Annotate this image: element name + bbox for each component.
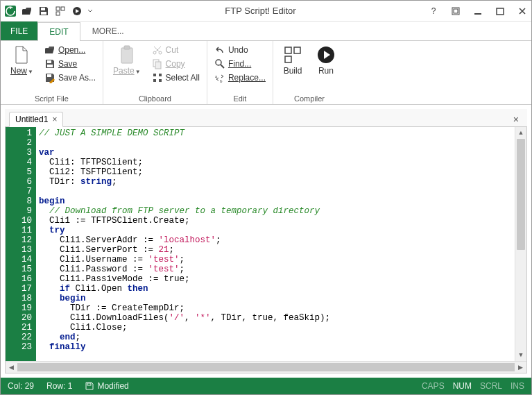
status-modified: Modified [85, 381, 128, 392]
scroll-left-icon[interactable]: ◀ [6, 364, 17, 371]
find-label: Find... [228, 59, 251, 69]
modified-icon [85, 381, 94, 391]
undo-label: Undo [228, 45, 248, 55]
status-ins: INS [510, 381, 524, 391]
build-icon[interactable] [53, 4, 67, 18]
ribbon: New▼ Open... Save Save As... Script File… [1, 41, 531, 105]
status-caps: CAPS [422, 381, 445, 391]
run-button[interactable]: Run [312, 44, 340, 77]
group-label-scriptfile: Script File [6, 93, 97, 103]
svg-rect-20 [153, 74, 156, 76]
group-label-edit: Edit [213, 93, 267, 103]
svg-rect-12 [47, 65, 53, 67]
svg-rect-15 [124, 46, 130, 49]
svg-rect-32 [87, 383, 91, 385]
editor-container: 1234567891011121314151617181920212223 //… [5, 127, 527, 373]
selectall-label: Select All [166, 73, 200, 83]
scroll-up-icon[interactable]: ▲ [515, 127, 526, 139]
svg-text:b: b [220, 78, 223, 83]
svg-rect-3 [56, 7, 60, 10]
window-controls: ? [427, 5, 529, 17]
undo-button[interactable]: Undo [213, 44, 267, 56]
tab-file[interactable]: FILE [1, 22, 37, 40]
tab-edit[interactable]: EDIT [37, 22, 80, 41]
statusbar: Col: 29 Row: 1 Modified CAPS NUM SCRL IN… [1, 378, 531, 394]
svg-rect-13 [47, 74, 51, 77]
horizontal-scrollbar[interactable]: ◀ ▶ [6, 361, 526, 373]
build-button[interactable]: Build [279, 44, 307, 77]
svg-rect-10 [497, 8, 504, 15]
open-button[interactable]: Open... [43, 44, 97, 56]
floppy-pen-icon [44, 72, 55, 83]
svg-line-25 [221, 65, 224, 68]
scissors-icon [152, 44, 163, 56]
svg-point-24 [216, 60, 221, 65]
window-title: FTP Script! Editor [94, 6, 427, 16]
scroll-down-icon[interactable]: ▼ [515, 349, 526, 361]
clipboard-icon [117, 45, 137, 65]
scroll-right-icon[interactable]: ▶ [515, 364, 526, 371]
paste-button[interactable]: Paste▼ [109, 44, 145, 77]
open-icon[interactable] [20, 4, 34, 18]
svg-rect-14 [121, 48, 132, 63]
group-label-compiler: Compiler [279, 93, 340, 103]
select-all-icon [152, 72, 163, 83]
selectall-button[interactable]: Select All [151, 72, 201, 84]
replace-icon: ab [214, 72, 225, 83]
cut-button[interactable]: Cut [151, 44, 201, 56]
run-large-icon [316, 45, 336, 65]
titlebar: FTP Script! Editor ? [1, 1, 531, 22]
help-icon[interactable]: ? [427, 5, 440, 17]
line-gutter: 1234567891011121314151617181920212223 [6, 127, 36, 361]
vertical-scrollbar[interactable]: ▲ ▼ [515, 127, 526, 361]
document-tabs: Untitled1 × × [5, 109, 527, 127]
save-label: Save [58, 59, 77, 69]
run-icon[interactable] [70, 4, 84, 18]
document-tab[interactable]: Untitled1 × [9, 112, 63, 127]
app-icon[interactable] [3, 4, 17, 18]
svg-rect-29 [294, 47, 300, 53]
svg-rect-30 [285, 56, 291, 62]
status-col: Col: 29 [8, 381, 34, 391]
maximize-icon[interactable] [494, 5, 506, 17]
code-editor[interactable]: 1234567891011121314151617181920212223 //… [6, 127, 526, 361]
copy-button[interactable]: Copy [151, 58, 201, 70]
minimize-icon[interactable] [472, 5, 484, 17]
scroll-thumb[interactable] [517, 139, 525, 250]
ribbon-group-edit: Undo Find... abReplace... Edit [207, 41, 273, 104]
status-scrl: SCRL [480, 381, 502, 391]
document-tab-title: Untitled1 [15, 115, 48, 124]
group-label-clipboard: Clipboard [109, 93, 201, 103]
ribbon-group-scriptfile: New▼ Open... Save Save As... Script File [1, 41, 103, 104]
find-button[interactable]: Find... [213, 58, 267, 70]
replace-label: Replace... [228, 73, 266, 83]
undo-icon [214, 44, 225, 56]
run-label: Run [318, 66, 334, 76]
build-label: Build [284, 66, 302, 76]
saveas-label: Save As... [58, 73, 96, 83]
svg-rect-28 [285, 47, 291, 53]
floppy-icon [44, 58, 55, 69]
folder-open-icon [44, 44, 55, 56]
cut-label: Cut [166, 45, 179, 55]
replace-button[interactable]: abReplace... [213, 72, 267, 84]
copy-label: Copy [166, 59, 185, 69]
svg-rect-2 [41, 12, 46, 15]
new-label: New [10, 66, 27, 76]
new-button[interactable]: New▼ [6, 44, 37, 77]
fullscreen-icon[interactable] [449, 5, 462, 17]
quick-access-toolbar [3, 4, 94, 18]
svg-rect-11 [47, 60, 51, 63]
svg-rect-1 [41, 8, 45, 10]
hscroll-thumb[interactable] [17, 363, 515, 371]
tab-more[interactable]: MORE... [80, 22, 136, 40]
save-icon[interactable] [37, 4, 51, 18]
qat-dropdown-icon[interactable] [87, 4, 94, 18]
code-content[interactable]: // JUST A SIMPLE DEMO SCRIPT var Cli1: T… [36, 127, 515, 361]
tab-close-icon[interactable]: × [52, 115, 57, 124]
close-icon[interactable] [516, 5, 529, 17]
saveas-button[interactable]: Save As... [43, 72, 97, 84]
tabstrip-close-icon[interactable]: × [509, 112, 523, 126]
save-button[interactable]: Save [43, 58, 97, 70]
status-num: NUM [453, 381, 472, 391]
